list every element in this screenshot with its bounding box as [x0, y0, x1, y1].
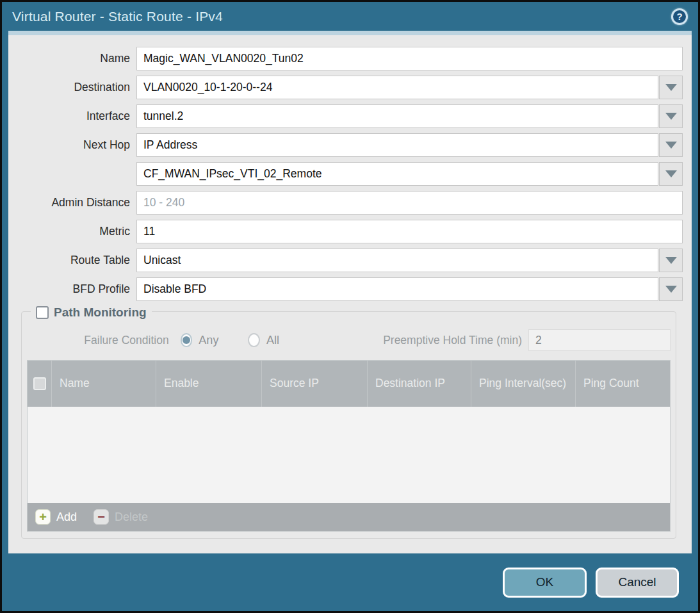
static-route-dialog: Virtual Router - Static Route - IPv4 ? N…	[0, 0, 700, 613]
route-table-dropdown-button[interactable]	[659, 249, 683, 272]
add-button-label: Add	[56, 511, 77, 524]
next-hop-label: Next Hop	[8, 138, 136, 152]
column-header-ping-count[interactable]: Ping Count	[575, 361, 670, 407]
metric-label: Metric	[8, 225, 136, 238]
table-footer-bar: + Add − Delete	[28, 503, 670, 531]
column-header-enable[interactable]: Enable	[156, 361, 261, 407]
next-hop-type-dropdown-button[interactable]	[659, 133, 683, 157]
metric-input[interactable]	[136, 220, 683, 243]
chevron-down-icon	[665, 142, 677, 149]
name-label: Name	[8, 52, 136, 65]
bfd-profile-dropdown-button[interactable]	[659, 277, 683, 301]
table-body-empty	[28, 407, 670, 503]
preemptive-hold-time-label: Preemptive Hold Time (min)	[383, 334, 528, 347]
column-header-source-ip[interactable]: Source IP	[261, 361, 367, 407]
dialog-title: Virtual Router - Static Route - IPv4	[12, 9, 223, 24]
chevron-down-icon	[665, 113, 677, 120]
ok-button[interactable]: OK	[503, 568, 587, 598]
table-header: Name Enable Source IP Destination IP Pin…	[28, 361, 670, 407]
next-hop-address-dropdown-button[interactable]	[659, 162, 683, 186]
failure-condition-all-label: All	[266, 334, 279, 347]
path-monitoring-title: Path Monitoring	[54, 306, 147, 320]
admin-distance-label: Admin Distance	[8, 196, 136, 209]
destination-label: Destination	[8, 81, 136, 94]
next-hop-address-row	[8, 162, 683, 186]
metric-row: Metric	[8, 220, 683, 243]
failure-condition-any-radio[interactable]	[181, 333, 193, 347]
plus-icon: +	[35, 509, 51, 525]
titlebar-divider	[8, 31, 692, 35]
failure-condition-label: Failure Condition	[27, 334, 178, 347]
dialog-footer: OK Cancel	[2, 553, 698, 611]
delete-button-label: Delete	[115, 511, 148, 524]
admin-distance-row: Admin Distance	[8, 191, 683, 215]
failure-condition-row: Failure Condition Any All Preemptive Hol…	[27, 329, 671, 351]
path-monitoring-section: Path Monitoring Failure Condition Any Al…	[21, 311, 676, 539]
bfd-profile-label: BFD Profile	[8, 282, 136, 296]
path-monitoring-checkbox[interactable]	[36, 306, 49, 319]
select-all-checkbox[interactable]	[33, 377, 46, 390]
name-input[interactable]	[136, 47, 683, 70]
cancel-button[interactable]: Cancel	[596, 568, 679, 598]
destination-row: Destination	[8, 76, 683, 99]
chevron-down-icon	[665, 84, 677, 91]
failure-condition-all-radio[interactable]	[248, 333, 260, 347]
path-monitoring-legend: Path Monitoring	[31, 306, 152, 320]
next-hop-address-input[interactable]	[136, 162, 658, 186]
name-row: Name	[8, 47, 683, 70]
path-monitoring-table: Name Enable Source IP Destination IP Pin…	[27, 360, 671, 532]
destination-input[interactable]	[136, 76, 658, 99]
preemptive-hold-time-input[interactable]	[528, 329, 671, 351]
route-table-label: Route Table	[8, 254, 136, 267]
select-all-cell	[28, 361, 51, 407]
next-hop-type-input[interactable]	[136, 133, 658, 157]
chevron-down-icon	[665, 170, 677, 177]
chevron-down-icon	[665, 286, 677, 293]
minus-icon: −	[94, 509, 109, 525]
delete-button[interactable]: − Delete	[94, 509, 148, 525]
chevron-down-icon	[665, 257, 677, 264]
column-header-destination-ip[interactable]: Destination IP	[367, 361, 471, 407]
dialog-body: Name Destination Interface	[8, 35, 692, 553]
route-table-input[interactable]	[136, 249, 658, 272]
interface-label: Interface	[8, 110, 136, 123]
column-header-ping-interval[interactable]: Ping Interval(sec)	[471, 361, 575, 407]
route-table-row: Route Table	[8, 249, 683, 272]
dialog-titlebar: Virtual Router - Static Route - IPv4 ?	[2, 2, 698, 31]
add-button[interactable]: + Add	[35, 509, 77, 525]
bfd-profile-row: BFD Profile	[8, 277, 683, 301]
column-header-name[interactable]: Name	[51, 361, 156, 407]
interface-input[interactable]	[136, 104, 658, 128]
interface-dropdown-button[interactable]	[659, 104, 683, 128]
bfd-profile-input[interactable]	[136, 277, 658, 301]
help-icon[interactable]: ?	[671, 8, 688, 25]
failure-condition-any-label: Any	[199, 334, 218, 347]
interface-row: Interface	[8, 104, 683, 128]
destination-dropdown-button[interactable]	[659, 76, 683, 99]
admin-distance-input[interactable]	[136, 191, 683, 215]
next-hop-row: Next Hop	[8, 133, 683, 157]
